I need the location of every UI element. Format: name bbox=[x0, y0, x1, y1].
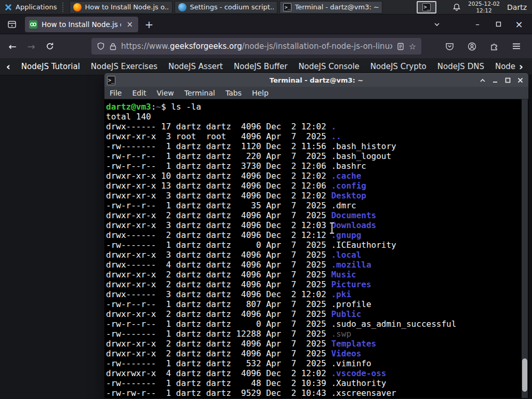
file-attributes: drwxr-xr-x 10 dartz dartz 4096 Dec 2 12:… bbox=[106, 171, 331, 181]
file-name: .bash_logout bbox=[331, 151, 391, 161]
extensions-puzzle-icon[interactable] bbox=[486, 38, 502, 55]
file-name: .ICEauthority bbox=[331, 240, 396, 250]
menu-file[interactable]: File bbox=[104, 89, 127, 97]
close-button[interactable]: × bbox=[512, 18, 526, 31]
panel-user-label[interactable]: Dartz bbox=[507, 3, 527, 11]
file-name: .swp bbox=[331, 329, 351, 339]
file-name: Documents bbox=[331, 210, 376, 220]
terminal-line: drwxr-xr-x 2 dartz dartz 4096 Apr 7 2025… bbox=[106, 349, 528, 358]
nav-scroll-right-icon[interactable]: › bbox=[519, 61, 523, 72]
file-name: Downloads bbox=[331, 220, 376, 230]
taskbar-button-codium[interactable]: Settings - codium script... bbox=[175, 1, 277, 14]
file-attributes: -rw------- 1 dartz dartz 48 Dec 2 10:39 bbox=[106, 378, 331, 388]
terminal-line: drwx------ 4 dartz dartz 4096 Apr 7 2025… bbox=[106, 260, 528, 270]
terminal-line: -rw------- 1 dartz dartz 0 Apr 7 2025 .I… bbox=[106, 240, 528, 250]
url-domain: geeksforgeeks.org bbox=[170, 42, 242, 51]
file-name: Music bbox=[331, 270, 356, 280]
reload-button[interactable] bbox=[42, 38, 58, 55]
site-nav-link[interactable]: NodeJS Tutorial bbox=[21, 62, 80, 71]
terminal-line: -rw------- 1 dartz dartz 48 Dec 2 10:39 … bbox=[106, 378, 528, 388]
tab-close-icon[interactable]: × bbox=[125, 20, 134, 29]
file-name: .local bbox=[331, 250, 361, 260]
site-nav-link[interactable]: Node bbox=[495, 62, 515, 71]
firefox-view-button[interactable] bbox=[4, 17, 20, 32]
toolbar-right-icons bbox=[441, 38, 528, 55]
terminal-scrollbar[interactable] bbox=[522, 99, 528, 398]
file-attributes: drwxr-xr-x 2 dartz dartz 4096 Apr 7 2025 bbox=[106, 280, 331, 289]
pocket-icon[interactable] bbox=[441, 38, 458, 55]
file-attributes: drwxr-xr-x 2 dartz dartz 4096 Apr 7 2025 bbox=[106, 349, 331, 358]
menu-help[interactable]: Help bbox=[247, 89, 274, 97]
back-button[interactable]: ← bbox=[4, 38, 21, 55]
url-bar[interactable]: https://www.geeksforgeeks.org/node-js/in… bbox=[91, 38, 421, 55]
site-nav-link[interactable]: NodeJS DNS bbox=[437, 62, 484, 71]
applications-label: Applications bbox=[16, 3, 57, 11]
system-tray: 2025-12-02 12:12 Dartz bbox=[453, 1, 532, 13]
terminal-titlebar[interactable]: >_ Terminal - dartz@vm3: ~ bbox=[104, 73, 528, 87]
file-attributes: -rw------- 1 dartz dartz 12288 Apr 7 202… bbox=[106, 329, 331, 339]
site-nav-link[interactable]: NodeJS Exercises bbox=[91, 62, 157, 71]
scrollbar-thumb[interactable] bbox=[522, 358, 527, 392]
file-name: .dmrc bbox=[331, 201, 356, 210]
taskbar-label: How to Install Node.js o... bbox=[85, 3, 169, 11]
site-nav-link[interactable]: NodeJS Buffer bbox=[234, 62, 287, 71]
prompt-suffix: $ bbox=[161, 102, 171, 112]
file-name: . bbox=[331, 122, 336, 131]
menu-view[interactable]: View bbox=[152, 89, 179, 97]
terminal-line: drwxr-xr-x 2 dartz dartz 4096 Apr 7 2025… bbox=[106, 280, 528, 289]
site-nav-link[interactable]: NodeJS Crypto bbox=[370, 62, 427, 71]
panel-clock[interactable]: 2025-12-02 12:12 bbox=[468, 1, 500, 13]
site-nav-link[interactable]: NodeJS Assert bbox=[168, 62, 223, 71]
new-tab-button[interactable]: + bbox=[141, 17, 157, 32]
file-name: .sudo_as_admin_successful bbox=[331, 319, 456, 329]
firefox-view-icon bbox=[7, 20, 17, 29]
taskbar-button-firefox[interactable]: How to Install Node.js o... bbox=[70, 1, 172, 14]
taskbar-label: Terminal - dartz@vm3: ~ bbox=[295, 3, 379, 11]
file-name: Public bbox=[331, 309, 361, 319]
lock-icon[interactable] bbox=[110, 43, 116, 50]
firefox-icon bbox=[73, 3, 82, 11]
terminal-line: -rw------- 1 dartz dartz 1120 Dec 2 11:5… bbox=[106, 141, 528, 151]
file-attributes: -rw------- 1 dartz dartz 0 Apr 7 2025 bbox=[106, 240, 331, 250]
taskbar-label: Settings - codium script... bbox=[190, 3, 274, 11]
shade-button[interactable] bbox=[477, 76, 488, 85]
tab-list-button[interactable] bbox=[430, 18, 444, 31]
file-attributes: drwxr-xr-x 2 dartz dartz 4096 Apr 7 2025 bbox=[106, 339, 331, 349]
account-icon[interactable] bbox=[463, 38, 480, 55]
terminal-line: -rw-r--r-- 1 dartz dartz 0 Apr 7 2025 .s… bbox=[106, 319, 528, 329]
tasklist-handle bbox=[62, 3, 67, 12]
terminal-line: drwx------ 2 dartz dartz 4096 Dec 2 12:1… bbox=[106, 230, 528, 240]
file-name: .profile bbox=[331, 299, 371, 309]
file-name: .bashrc bbox=[331, 161, 366, 171]
nav-scroll-left-icon[interactable]: ‹ bbox=[6, 61, 10, 72]
menu-terminal[interactable]: Terminal bbox=[179, 89, 220, 97]
reader-mode-icon[interactable] bbox=[397, 43, 404, 50]
notification-bell-icon[interactable] bbox=[453, 3, 461, 11]
terminal-minimize-button[interactable] bbox=[490, 76, 500, 85]
forward-button[interactable]: → bbox=[23, 38, 39, 55]
maximize-button[interactable] bbox=[491, 18, 505, 31]
applications-menu-button[interactable]: Applications bbox=[0, 0, 61, 14]
menu-hamburger-icon[interactable] bbox=[508, 38, 525, 55]
terminal-maximize-button[interactable] bbox=[502, 76, 513, 85]
taskbar-button-terminal[interactable]: >_ Terminal - dartz@vm3: ~ bbox=[280, 1, 382, 14]
bookmark-star-icon[interactable]: ☆ bbox=[409, 42, 416, 51]
terminal-close-button[interactable] bbox=[515, 76, 525, 85]
terminal-output[interactable]: dartz@vm3:~$ ls -la total 140 drwx------… bbox=[104, 99, 528, 398]
browser-tab[interactable]: How to Install Node.js on × bbox=[25, 17, 138, 32]
terminal-total-line: total 140 bbox=[106, 112, 528, 122]
url-text[interactable]: https://www.geeksforgeeks.org/node-js/in… bbox=[121, 42, 392, 51]
file-name: .config bbox=[331, 181, 366, 191]
terminal-listing: drwx------ 17 dartz dartz 4096 Dec 2 12:… bbox=[106, 122, 528, 398]
menu-edit[interactable]: Edit bbox=[127, 89, 151, 97]
clock-time: 12:12 bbox=[468, 7, 500, 14]
browser-tab-bar: How to Install Node.js on × + – × bbox=[0, 15, 532, 34]
workspace-pager[interactable]: >_ bbox=[417, 1, 436, 14]
window-controls: – × bbox=[430, 18, 532, 31]
site-nav-link[interactable]: NodeJS Console bbox=[298, 62, 359, 71]
minimize-button[interactable]: – bbox=[471, 18, 484, 31]
file-attributes: drwxr-xr-x 3 dartz dartz 4096 Dec 2 12:0… bbox=[106, 191, 331, 201]
menu-tabs[interactable]: Tabs bbox=[220, 89, 247, 97]
reload-icon bbox=[46, 42, 54, 50]
tracking-shield-icon[interactable] bbox=[97, 42, 105, 50]
